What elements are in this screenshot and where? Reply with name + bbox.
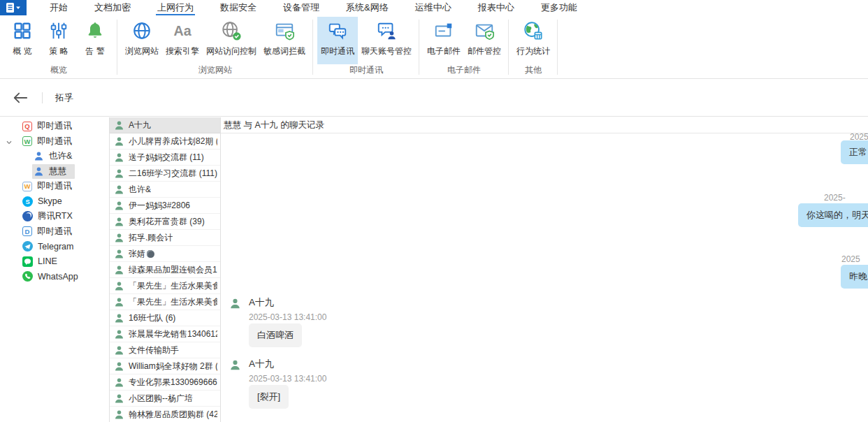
person-icon — [114, 201, 124, 211]
contact-list: A十九 小儿脾胃养成计划82期 (120) 送子妈妈交流群 (11) 二16班学… — [109, 117, 221, 422]
contact-row[interactable]: 小儿脾胃养成计划82期 (120) — [110, 133, 220, 150]
wechat-icon: W — [22, 136, 32, 146]
mail-shield-icon — [473, 20, 496, 42]
overview-button[interactable]: 概 览 — [4, 17, 41, 64]
chat-account-control-button[interactable]: 聊天账号管控 — [358, 17, 415, 64]
contact-name: 张婧 — [129, 248, 145, 260]
sidebar-item-label: 腾讯RTX — [38, 210, 73, 222]
contact-name: 伊一妈妈3#2806 — [129, 200, 190, 212]
sidebar-item-wechat[interactable]: W即时通讯 — [0, 134, 109, 150]
contact-row[interactable]: 翰林雅居品质团购群 (420) — [110, 407, 220, 422]
contact-row[interactable]: 伊一妈妈3#2806 — [110, 198, 220, 214]
contact-row[interactable]: 「果先生」生活水果美食3... — [110, 278, 220, 294]
person-icon — [114, 233, 124, 243]
mail-control-button[interactable]: 邮件管控 — [464, 17, 505, 64]
contact-row[interactable]: William妈全球好物 2群 (5... — [110, 358, 220, 374]
contact-name: 也许& — [129, 184, 151, 196]
skype-icon: S — [22, 196, 33, 207]
ribbon-group-im: 即时通讯 聊天账号管控 即时通讯 — [313, 15, 419, 78]
ribbon-group-label: 电子邮件 — [421, 64, 507, 78]
message-sender: A十九 — [249, 358, 274, 370]
alert-button[interactable]: 告 警 — [77, 17, 113, 64]
back-arrow-icon — [13, 90, 28, 106]
site-access-control-button[interactable]: 网站访问控制 — [203, 17, 260, 64]
ribbon-group-label: 即时通讯 — [314, 64, 418, 78]
person-icon — [114, 184, 124, 195]
contact-row[interactable]: A十九 — [110, 117, 220, 133]
ribbon-group-label: 其他 — [510, 64, 556, 78]
mail-icon — [433, 20, 455, 42]
browse-website-button[interactable]: 浏览网站 — [122, 17, 162, 64]
email-button[interactable]: 电子邮件 — [424, 17, 464, 64]
sidebar-item-telegram[interactable]: Telegram — [0, 239, 109, 254]
chevron-down-icon[interactable] — [6, 138, 13, 148]
contact-name: 「果先生」生活水果美食3... — [129, 296, 217, 308]
qq-icon: Q — [22, 122, 32, 131]
contact-row[interactable]: 二16班学习交流群 (111) — [110, 166, 220, 182]
back-button[interactable] — [13, 90, 28, 106]
contact-row[interactable]: 张晨晨华龙销售13406127... — [110, 326, 220, 342]
behavior-stats-button[interactable]: 行为统计 — [513, 17, 554, 64]
globe-stats-icon — [522, 20, 544, 42]
person-icon — [114, 313, 124, 323]
tab-web-behavior[interactable]: 上网行为 — [144, 0, 207, 15]
policy-button-label: 策 略 — [49, 45, 68, 57]
svg-text:Aa: Aa — [173, 23, 191, 38]
tab-data-security[interactable]: 数据安全 — [207, 0, 270, 15]
sidebar-item-label: 即时通讯 — [37, 180, 72, 192]
tab-ops-center[interactable]: 运维中心 — [402, 0, 465, 15]
contact-row[interactable]: 16班七队 (6) — [110, 310, 220, 326]
chat-account-control-label: 聊天账号管控 — [361, 45, 412, 57]
contact-row[interactable]: 小区团购--杨广培 — [110, 391, 220, 407]
contact-row[interactable]: 文件传输助手 — [110, 342, 220, 358]
sidebar-item-dingtalk[interactable]: D即时通讯 — [0, 224, 109, 240]
sidebar-item-line[interactable]: LINE — [0, 254, 109, 270]
globe-icon — [131, 20, 153, 42]
contact-row[interactable]: 「果先生」生活水果美食3... — [110, 294, 220, 310]
app-menu-icon — [4, 2, 22, 13]
tab-report-center[interactable]: 报表中心 — [465, 0, 528, 15]
tab-start[interactable]: 开始 — [36, 0, 81, 15]
contact-row[interactable]: 专业化郭果13309696668 — [110, 374, 220, 391]
person-icon — [34, 151, 44, 161]
tab-doc-encrypt[interactable]: 文档加密 — [81, 0, 144, 15]
person-icon — [114, 120, 124, 131]
contact-name: 二16班学习交流群 (111) — [129, 168, 217, 180]
sensitive-word-block-label: 敏感词拦截 — [263, 45, 305, 57]
contact-row[interactable]: 也许& — [110, 182, 220, 198]
person-icon — [114, 152, 124, 163]
dingtalk-icon: D — [22, 226, 32, 236]
person-icon — [114, 345, 124, 356]
ribbon-group-label: 概览 — [1, 64, 116, 78]
sidebar-item-whatsapp[interactable]: WhatsApp — [0, 269, 109, 284]
search-engine-button[interactable]: Aa 搜索引擎 — [162, 17, 203, 64]
message-sender: A十九 — [249, 296, 274, 309]
tab-system-network[interactable]: 系统&网络 — [333, 0, 402, 15]
message-timestamp: 2025 — [841, 254, 860, 264]
menu-bar: 开始 文档加密 上网行为 数据安全 设备管理 系统&网络 运维中心 报表中心 更… — [0, 0, 868, 15]
sidebar-item-skype[interactable]: SSkype — [0, 194, 109, 210]
received-message-bubble: [裂开] — [249, 385, 289, 409]
person-icon — [114, 377, 124, 388]
app-menu-button[interactable] — [0, 0, 27, 15]
sidebar-item-qq[interactable]: Q即时通讯 — [0, 119, 109, 134]
policy-button[interactable]: 策 略 — [41, 17, 77, 64]
contact-row[interactable]: 绿森果品加盟连锁会员13... — [110, 262, 220, 278]
sidebar-item-yexu[interactable]: 也许& — [0, 149, 109, 164]
sidebar-item-label: LINE — [38, 256, 57, 266]
contact-name: 小区团购--杨广培 — [129, 393, 193, 405]
tab-more-functions[interactable]: 更多功能 — [528, 0, 591, 15]
contact-row[interactable]: 拓孚.顾会计 — [110, 230, 220, 246]
contact-row[interactable]: 张婧 — [110, 246, 220, 262]
person-icon — [114, 409, 124, 420]
tab-device-mgmt[interactable]: 设备管理 — [270, 0, 333, 15]
sidebar-item-huihui[interactable]: 慧慧 — [0, 164, 109, 180]
sensitive-word-block-button[interactable]: 敏感词拦截 — [260, 17, 309, 64]
contact-row[interactable]: 送子妈妈交流群 (11) — [110, 150, 220, 166]
rtx-icon — [22, 211, 33, 221]
instant-messaging-button[interactable]: 即时通讯 — [317, 17, 358, 64]
sidebar-item-wecom[interactable]: W即时通讯 — [0, 179, 109, 194]
contact-row[interactable]: 奥利花开富贵群 (39) — [110, 214, 220, 230]
sidebar-item-rtx[interactable]: 腾讯RTX — [0, 209, 109, 224]
ribbon-group-other: 行为统计 其他 — [509, 15, 558, 78]
